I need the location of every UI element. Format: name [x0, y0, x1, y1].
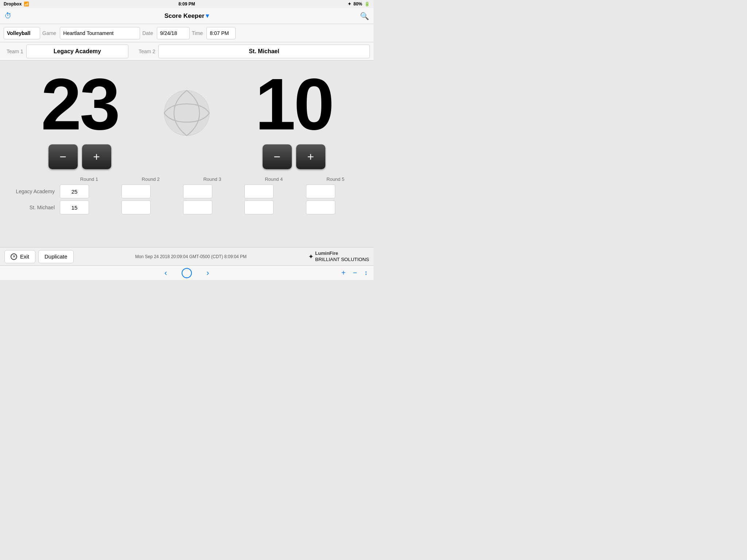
- battery-percent: 80%: [353, 1, 362, 7]
- nav-back-button[interactable]: ‹: [165, 268, 167, 278]
- status-right: ✦ 80% 🔋: [348, 1, 370, 7]
- header-form: Game Date Time: [0, 24, 374, 42]
- date-label: Date: [140, 30, 155, 36]
- nav-title: Score Keeper ▾: [165, 12, 209, 20]
- team1-score: 23: [41, 68, 118, 141]
- team2-name-input[interactable]: [158, 44, 370, 58]
- team2-increment-button[interactable]: +: [296, 144, 325, 169]
- bluetooth-icon: ✦: [348, 1, 351, 7]
- team2-round2-cell: [120, 199, 182, 215]
- team1-round5-cell: [305, 183, 366, 199]
- team1-rounds-row: Legacy Academy 25: [7, 183, 366, 199]
- brand-name: LuminFire: [315, 250, 369, 256]
- game-field-group: Game: [40, 27, 140, 39]
- team1-round2-value[interactable]: [121, 184, 151, 198]
- nav-bar: ⏱ Score Keeper ▾ 🔍: [0, 8, 374, 24]
- rounds-table: Round 1 Round 2 Round 3 Round 4 Round 5 …: [7, 176, 366, 215]
- sport-field-group: [4, 27, 40, 39]
- duplicate-button[interactable]: Duplicate: [38, 250, 74, 263]
- round3-header: Round 3: [182, 176, 243, 183]
- remove-button[interactable]: −: [353, 269, 357, 277]
- nav-forward-button[interactable]: ›: [206, 268, 209, 278]
- team2-round5-value[interactable]: [306, 201, 335, 214]
- team2-score: 10: [255, 68, 332, 141]
- add-button[interactable]: +: [341, 269, 346, 277]
- game-label: Game: [40, 30, 58, 36]
- round4-header: Round 4: [243, 176, 305, 183]
- team2-decrement-button[interactable]: −: [263, 144, 292, 169]
- team2-label: Team 2: [136, 48, 158, 54]
- team1-score-buttons: − +: [49, 144, 111, 169]
- volleyball-icon: [163, 89, 210, 137]
- battery-icon: 🔋: [364, 1, 370, 7]
- time-label: Time: [190, 30, 205, 36]
- nav-back-btn[interactable]: ⏱: [4, 12, 12, 20]
- team1-score-section: 23 − +: [4, 68, 156, 169]
- team1-round1-value[interactable]: 25: [60, 184, 89, 198]
- round1-header: Round 1: [58, 176, 120, 183]
- wifi-icon: 📶: [24, 1, 29, 7]
- team2-round3-value[interactable]: [183, 201, 212, 214]
- team1-rounds-label: Legacy Academy: [7, 183, 58, 199]
- bottom-nav-right: + − ↕: [341, 269, 368, 277]
- team2-round5-cell: [305, 199, 366, 215]
- team1-round3-value[interactable]: [183, 184, 212, 198]
- team1-round2-cell: [120, 183, 182, 199]
- team2-round2-value[interactable]: [121, 201, 151, 214]
- search-icon[interactable]: 🔍: [360, 12, 369, 20]
- teams-row: Team 1 Team 2: [0, 42, 374, 61]
- exit-button[interactable]: ✕ Exit: [4, 250, 35, 263]
- luminfire-brand: LuminFire BRILLIANT SOLUTIONS: [315, 250, 369, 262]
- team1-decrement-button[interactable]: −: [49, 144, 78, 169]
- team2-round1-value[interactable]: 15: [60, 201, 89, 214]
- game-input[interactable]: [60, 27, 140, 39]
- brand-tagline: BRILLIANT SOLUTIONS: [315, 257, 369, 262]
- team2-round1-cell: 15: [58, 199, 120, 215]
- team1-label: Team 1: [4, 48, 26, 54]
- time-field-group: Time: [190, 27, 236, 39]
- footer-timestamp: Mon Sep 24 2018 20:09:04 GMT-0500 (CDT) …: [74, 254, 309, 259]
- status-bar: Dropbox 📶 8:09 PM ✦ 80% 🔋: [0, 0, 374, 8]
- team2-score-section: 10 − +: [218, 68, 370, 169]
- dropbox-label: Dropbox: [4, 1, 22, 7]
- bottom-nav: ‹ › + − ↕: [0, 265, 374, 280]
- team1-increment-button[interactable]: +: [82, 144, 111, 169]
- team1-round4-cell: [243, 183, 305, 199]
- team1-round5-value[interactable]: [306, 184, 335, 198]
- team1-name-input[interactable]: [26, 44, 128, 58]
- team1-round3-cell: [182, 183, 243, 199]
- date-field-group: Date: [140, 27, 190, 39]
- team2-round4-cell: [243, 199, 305, 215]
- nav-home-button[interactable]: [182, 268, 192, 278]
- footer-bar: ✕ Exit Duplicate Mon Sep 24 2018 20:09:0…: [0, 247, 374, 265]
- date-input[interactable]: [157, 27, 190, 39]
- sort-button[interactable]: ↕: [364, 269, 368, 277]
- team1-round1-cell: 25: [58, 183, 120, 199]
- rounds-section: Round 1 Round 2 Round 3 Round 4 Round 5 …: [0, 173, 374, 219]
- clock-icon[interactable]: ⏱: [4, 12, 12, 20]
- team2-rounds-label: St. Michael: [7, 199, 58, 215]
- team2-round4-value[interactable]: [244, 201, 274, 214]
- status-left: Dropbox 📶: [4, 1, 29, 7]
- status-time: 8:09 PM: [178, 1, 195, 7]
- luminfire-star-icon: ✦: [308, 253, 314, 261]
- team2-rounds-row: St. Michael 15: [7, 199, 366, 215]
- round5-header: Round 5: [305, 176, 366, 183]
- sport-input[interactable]: [4, 27, 40, 39]
- team1-round4-value[interactable]: [244, 184, 274, 198]
- round2-header: Round 2: [120, 176, 182, 183]
- time-input[interactable]: [206, 27, 236, 39]
- footer-left: ✕ Exit Duplicate: [4, 250, 74, 263]
- nav-search-btn[interactable]: 🔍: [360, 12, 369, 20]
- team2-round3-cell: [182, 199, 243, 215]
- exit-icon: ✕: [11, 253, 17, 260]
- svg-point-0: [164, 90, 209, 136]
- footer-brand: ✦ LuminFire BRILLIANT SOLUTIONS: [308, 250, 369, 262]
- scoreboard: 23 − + 10 − +: [0, 61, 374, 173]
- team2-score-buttons: − +: [263, 144, 325, 169]
